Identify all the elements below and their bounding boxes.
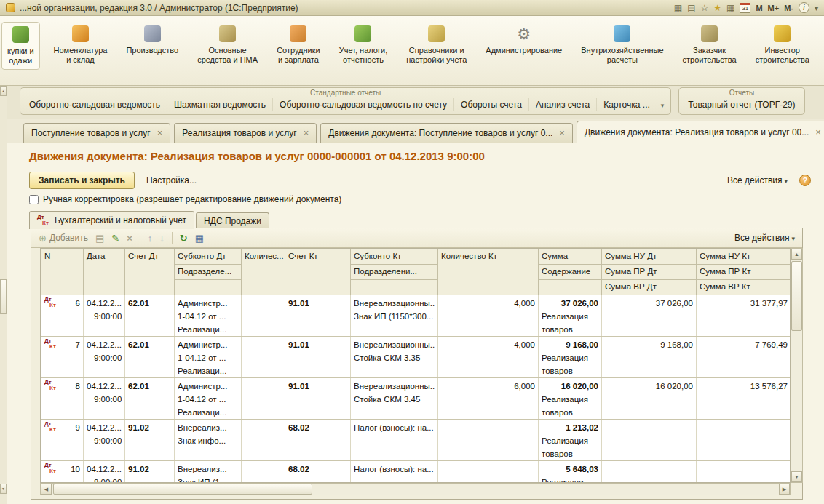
scroll-down-icon[interactable]	[0, 484, 7, 494]
col-header-sum[interactable]: Сумма	[539, 249, 602, 265]
clipboard-icon[interactable]	[687, 4, 695, 12]
cell-sum-nu-kt[interactable]	[697, 461, 791, 484]
tab-vat-sales[interactable]: НДС Продажи	[196, 212, 269, 228]
report-button-torg29[interactable]: Товарный отчет (ТОРГ-29)	[681, 98, 801, 111]
cell-subconto-kt[interactable]: Налог (взносы): на...	[351, 420, 438, 461]
report-button-chess-sheet[interactable]: Шахматная ведомость	[167, 98, 272, 111]
cell-qty-dt[interactable]	[242, 337, 285, 378]
col-header-sum-vr-dt[interactable]: Сумма ВР Дт	[602, 280, 697, 295]
cell-qty-kt[interactable]	[438, 420, 539, 461]
cell-n[interactable]: ДтКт6	[41, 295, 84, 337]
refresh-icon[interactable]	[180, 233, 188, 243]
cell-subconto-kt[interactable]: Внереализационны...Стойка СКМ 3.45	[351, 378, 438, 420]
info-button[interactable]: i	[799, 2, 809, 13]
cell-account-kt[interactable]: 91.01	[285, 337, 351, 378]
cell-account-kt[interactable]: 91.01	[285, 378, 351, 420]
service-menu-icon[interactable]	[674, 4, 682, 12]
scroll-right-icon[interactable]	[779, 484, 790, 495]
cell-sum-nu-dt[interactable]	[602, 461, 697, 484]
tab-movements-receipt[interactable]: Движения документа: Поступление товаров …	[320, 123, 573, 143]
table-settings-icon[interactable]	[195, 233, 204, 243]
cell-subconto-dt[interactable]: Внереализ...Знак инфо...	[175, 420, 242, 461]
add-favorite-icon[interactable]	[713, 4, 721, 12]
section-administration[interactable]: Администрирование	[480, 22, 567, 59]
col-header-division-kt[interactable]: Подразделени...	[351, 265, 438, 280]
cell-subconto-kt[interactable]: Внереализационны...Знак ИП (1150*300...	[351, 295, 438, 337]
manual-adjustment-row[interactable]: Ручная корректировка (разрешает редактир…	[29, 194, 341, 204]
col-header-n[interactable]: N	[41, 249, 84, 295]
cell-account-kt[interactable]: 91.01	[285, 295, 351, 337]
col-header-account-dt[interactable]: Счет Дт	[125, 249, 175, 295]
section-intercompany[interactable]: Внутрихозяйственныерасчеты	[576, 22, 668, 68]
table-horizontal-scrollbar[interactable]	[40, 483, 791, 495]
section-accounting-taxes[interactable]: Учет, налоги,отчетность	[334, 22, 392, 68]
cell-qty-dt[interactable]	[242, 420, 285, 461]
calendar-icon[interactable]: 31	[740, 3, 750, 13]
cell-subconto-kt[interactable]: Внереализационны...Стойка СКМ 3.35	[351, 337, 438, 378]
toolbar-all-actions-button[interactable]: Все действия	[734, 233, 795, 243]
favorites-icon[interactable]	[701, 4, 709, 12]
col-header-division-dt[interactable]: Подразделе...	[175, 265, 242, 280]
cell-qty-kt[interactable]	[438, 461, 539, 484]
cell-account-dt[interactable]: 91.02	[125, 420, 175, 461]
cell-qty-dt[interactable]	[242, 378, 285, 420]
cell-sum-nu-kt[interactable]: 31 377,97	[697, 295, 791, 337]
cell-n[interactable]: ДтКт8	[41, 378, 84, 420]
scroll-up-icon[interactable]	[791, 249, 802, 260]
scroll-down-icon[interactable]	[791, 471, 802, 482]
cell-n[interactable]: ДтКт9	[41, 420, 84, 461]
window-left-scrollbar[interactable]	[0, 86, 7, 504]
col-header-sum-nu-dt[interactable]: Сумма НУ Дт	[602, 249, 697, 265]
cell-n[interactable]: ДтКт7	[41, 337, 84, 378]
cell-sum[interactable]: 5 648,03Реализаци...	[539, 461, 602, 484]
report-button-trial-balance[interactable]: Оборотно-сальдовая ведомость	[23, 98, 167, 111]
scrollbar-thumb[interactable]	[791, 261, 802, 331]
cell-date[interactable]: 04.12.2...9:00:00	[84, 378, 125, 420]
close-icon[interactable]	[157, 128, 163, 138]
cell-subconto-dt[interactable]: Администр...1-04.12 от ...Реализаци...	[175, 295, 242, 337]
cell-account-kt[interactable]: 68.02	[285, 461, 351, 484]
scrollbar-thumb[interactable]	[53, 484, 312, 495]
all-actions-button[interactable]: Все действия	[727, 175, 788, 185]
col-header-sum-pr-dt[interactable]: Сумма ПР Дт	[602, 265, 697, 280]
col-header-date[interactable]: Дата	[84, 249, 125, 295]
cell-subconto-dt[interactable]: Администр...1-04.12 от ...Реализаци...	[175, 378, 242, 420]
cell-qty-kt[interactable]: 4,000	[438, 295, 539, 337]
table-row[interactable]: ДтКт9 04.12.2...9:00:00 91.02 Внереализ.…	[41, 420, 791, 461]
close-icon[interactable]	[815, 127, 821, 137]
report-button-card[interactable]: Карточка ...	[596, 98, 657, 111]
cell-qty-kt[interactable]: 4,000	[438, 337, 539, 378]
section-construction-investor[interactable]: Инвесторстроительства	[750, 22, 815, 68]
cell-subconto-dt[interactable]: Администр...1-04.12 от ...Реализаци...	[175, 337, 242, 378]
cell-account-dt[interactable]: 62.01	[125, 295, 175, 337]
report-button-account-turnovers[interactable]: Обороты счета	[453, 98, 528, 111]
cell-n[interactable]: ДтКт10	[41, 461, 84, 484]
cell-account-dt[interactable]: 62.01	[125, 337, 175, 378]
copy-icon[interactable]	[95, 233, 104, 243]
cell-date[interactable]: 04.12.2...9:00:00	[84, 337, 125, 378]
cell-sum-nu-kt[interactable]: 7 769,49	[697, 337, 791, 378]
add-button[interactable]: Добавить	[39, 233, 88, 244]
cell-sum[interactable]: 16 020,00Реализациятоваров	[539, 378, 602, 420]
report-button-account-trial-balance[interactable]: Оборотно-сальдовая ведомость по счету	[272, 98, 453, 111]
col-header-subconto-kt[interactable]: Субконто Кт	[351, 249, 438, 265]
tab-goods-sale[interactable]: Реализация товаров и услуг	[174, 123, 317, 143]
section-employees-payroll[interactable]: Сотрудникии зарплата	[272, 22, 325, 68]
cell-date[interactable]: 04.12.2...9:00:00	[84, 420, 125, 461]
col-header-qty-kt[interactable]: Количество Кт	[438, 249, 539, 295]
col-header-qty-dt[interactable]: Количес...	[242, 249, 285, 295]
col-header-content[interactable]: Содержание	[539, 265, 602, 280]
cell-qty-dt[interactable]	[242, 461, 285, 484]
col-header-subconto-dt[interactable]: Субконто Дт	[175, 249, 242, 265]
help-button[interactable]	[799, 175, 811, 186]
chevron-down-icon[interactable]	[815, 3, 818, 13]
cell-subconto-dt[interactable]: Внереализ...Знак ИП (1...	[175, 461, 242, 484]
section-nomenclature-warehouse[interactable]: Номенклатураи склад	[49, 22, 113, 68]
save-close-button[interactable]: Записать и закрыть	[29, 172, 135, 189]
close-icon[interactable]	[304, 128, 309, 138]
cell-sum-nu-dt[interactable]: 37 026,00	[602, 295, 697, 337]
cell-account-kt[interactable]: 68.02	[285, 420, 351, 461]
tab-goods-receipt[interactable]: Поступление товаров и услуг	[23, 123, 170, 143]
section-production[interactable]: Производство	[121, 22, 183, 59]
chevron-down-icon[interactable]	[657, 100, 669, 110]
